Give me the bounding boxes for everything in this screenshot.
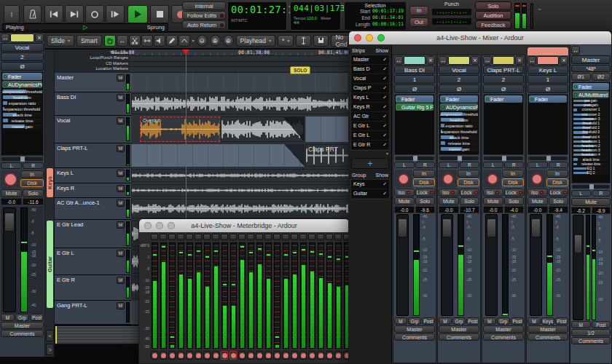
- monitor-gain-slider[interactable]: [530, 3, 533, 29]
- mute-button[interactable]: M: [117, 117, 125, 124]
- fader-processor[interactable]: Fader: [529, 95, 567, 103]
- plugin-control-slider[interactable]: release time: [440, 141, 478, 146]
- fader-position-button[interactable]: Post: [555, 317, 568, 325]
- plugin-control-slider[interactable]: threshold 4: [573, 135, 609, 139]
- range-tool-button[interactable]: ↔: [117, 35, 128, 47]
- track-name[interactable]: Master: [57, 74, 125, 81]
- strip-visible-check[interactable]: ✓: [382, 123, 387, 129]
- close-button[interactable]: [354, 34, 361, 41]
- strip-visible-check[interactable]: ✓: [382, 66, 387, 72]
- strip-phase-button[interactable]: Ø: [394, 84, 435, 93]
- summary-scroll-right-button[interactable]: >: [46, 344, 54, 355]
- plugin-processor[interactable]: AUDynamicsPro: [440, 103, 478, 111]
- fader-processor[interactable]: Fader: [573, 83, 609, 90]
- canvas-row-claps[interactable]: Claps PRT: [131, 143, 350, 167]
- loop-button[interactable]: [85, 5, 104, 23]
- metering-point-button[interactable]: M: [571, 321, 591, 328]
- mute-button[interactable]: M: [117, 74, 125, 82]
- mute-button[interactable]: Mute: [483, 197, 503, 205]
- record-arm-button[interactable]: [230, 351, 237, 360]
- plugin-control-slider[interactable]: headroom: [2, 95, 42, 100]
- location-markers-ruler[interactable]: [130, 67, 350, 73]
- record-arm-button[interactable]: [160, 351, 167, 360]
- track-header[interactable]: Gang PRT-L M S P A G: [55, 301, 131, 324]
- track-header[interactable]: Master M S P A G: [55, 73, 131, 92]
- track-color-button[interactable]: [10, 33, 34, 42]
- record-arm-button[interactable]: [299, 351, 307, 360]
- draw-tool-button[interactable]: [166, 35, 178, 47]
- metering-point-button[interactable]: M: [394, 317, 407, 325]
- track-header[interactable]: E Gtr L M S P A G: [55, 248, 131, 274]
- solo-isolate-button[interactable]: Iso: [394, 189, 415, 197]
- output-button[interactable]: Master: [527, 325, 568, 333]
- zoom-fit-button[interactable]: ⊕: [210, 35, 221, 47]
- pan-left-button[interactable]: L: [394, 162, 415, 168]
- gain-fader[interactable]: [3, 207, 16, 312]
- edit-mode-dropdown[interactable]: Slide▾: [47, 35, 74, 47]
- toolbar-expand-icon[interactable]: ⌄: [537, 4, 543, 12]
- processor-box[interactable]: Fader AUDynamicsPro compression threshol…: [1, 71, 44, 156]
- track-name[interactable]: E Gtr L: [57, 250, 125, 256]
- record-arm-button[interactable]: [256, 351, 263, 360]
- edit-point-tool-button[interactable]: [178, 35, 190, 47]
- group-button[interactable]: Grp: [408, 317, 421, 325]
- pan-slider[interactable]: [1, 157, 43, 161]
- plugin-control-slider[interactable]: EQ 2: [573, 171, 609, 175]
- track-header[interactable]: E Gtr Lead M S P A G: [55, 220, 131, 248]
- group-button[interactable]: Grp: [452, 317, 466, 325]
- snapshot-button[interactable]: [313, 35, 329, 47]
- strip-phase-button[interactable]: Ø: [483, 84, 524, 93]
- monitor-input-button[interactable]: In: [546, 170, 568, 178]
- pan-left-button[interactable]: L: [439, 162, 459, 168]
- strips-list-row[interactable]: E Gtr L ✓: [351, 131, 389, 141]
- strip-name-button[interactable]: Keys L: [527, 66, 568, 74]
- cut-tool-button[interactable]: [129, 35, 141, 47]
- strip-input-button[interactable]: 1: [394, 75, 435, 84]
- audio-region[interactable]: [305, 116, 350, 142]
- plugin-control-slider[interactable]: crossover 1: [573, 108, 609, 111]
- group-button[interactable]: Grp: [15, 314, 29, 321]
- meterbridge-titlebar[interactable]: a4-Live-Show - Meterbridge - Ardour: [139, 219, 349, 232]
- record-arm-button[interactable]: [334, 351, 342, 360]
- plugin-control-slider[interactable]: crossover 2: [573, 113, 609, 116]
- track-name[interactable]: Gang PRT-L: [57, 302, 125, 309]
- strips-list-row[interactable]: Vocal ✓: [351, 74, 389, 84]
- solo-button[interactable]: Solo: [504, 197, 525, 205]
- channel-button[interactable]: [326, 234, 333, 240]
- fader-processor[interactable]: Fader: [396, 95, 434, 103]
- canvas-row-master[interactable]: [131, 73, 350, 92]
- strip-name-button[interactable]: Vocal: [439, 66, 479, 74]
- plugin-control-slider[interactable]: release time: [573, 162, 609, 166]
- strip-width-button[interactable]: ↔: [571, 46, 580, 55]
- gain-fader[interactable]: [530, 214, 542, 316]
- plugin-control-slider[interactable]: EQ 1: [573, 167, 609, 170]
- track-name[interactable]: E Gtr R: [57, 277, 125, 283]
- strips-list-row[interactable]: E Gtr R ✓: [351, 141, 389, 150]
- track-header[interactable]: AC Gtr A...unce-1 M S P A G: [55, 198, 131, 219]
- pan-left-button[interactable]: L: [527, 162, 548, 168]
- minimize-button[interactable]: [366, 34, 373, 41]
- mixer-titlebar[interactable]: a4-Live-Show - Mixer - Ardour: [349, 31, 611, 44]
- strip-width-button[interactable]: ↔: [483, 56, 492, 65]
- zoom-button[interactable]: [168, 222, 175, 229]
- record-arm-button[interactable]: [326, 351, 333, 360]
- record-arm-button[interactable]: [238, 351, 246, 360]
- plugin-control-slider[interactable]: pre-gain: [573, 99, 609, 103]
- plugin-control-slider[interactable]: headroom 4: [573, 153, 609, 157]
- strips-list-row[interactable]: E Gtr L ✓: [351, 122, 389, 131]
- record-arm-button[interactable]: [203, 351, 211, 360]
- canvas-row-bass[interactable]: [131, 92, 350, 115]
- mute-button[interactable]: M: [117, 199, 125, 207]
- monitor-disk-button[interactable]: Disk: [413, 178, 435, 186]
- mute-button[interactable]: M: [117, 170, 125, 177]
- punch-out-button[interactable]: Out: [409, 17, 428, 27]
- fader-position-button[interactable]: Post: [592, 321, 611, 328]
- loop-punch-ruler[interactable]: [130, 56, 350, 62]
- plugin-control-slider[interactable]: release time: [2, 118, 42, 123]
- strip-phase-button[interactable]: Ø: [527, 84, 568, 93]
- fader-position-button[interactable]: Post: [511, 317, 524, 325]
- audition-button[interactable]: Audition: [475, 11, 511, 20]
- mute-button[interactable]: M: [117, 250, 125, 257]
- strip-phase-button[interactable]: Ø: [439, 84, 479, 93]
- channel-button[interactable]: [282, 234, 289, 240]
